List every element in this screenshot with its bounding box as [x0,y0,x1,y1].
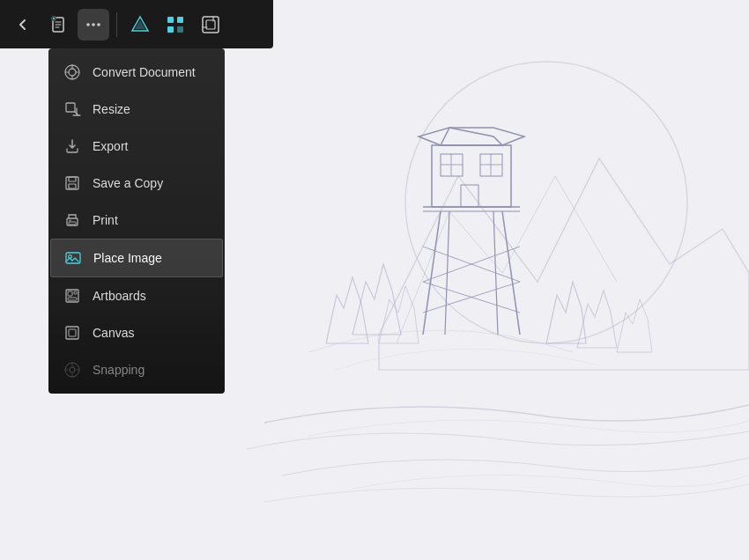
back-button[interactable] [7,9,39,41]
svg-rect-30 [167,26,174,33]
affinity-icon [130,15,150,34]
export-icon [63,136,82,156]
canvas-icon [63,323,82,343]
menu-item-canvas-label: Canvas [93,326,134,340]
svg-rect-36 [66,103,75,112]
resize-icon [63,99,82,119]
menu-item-convert[interactable]: Convert Document [48,54,225,91]
svg-rect-33 [206,20,215,29]
svg-point-24 [92,23,95,26]
svg-rect-39 [69,184,76,188]
svg-point-22 [53,17,55,18]
save-copy-icon [63,173,82,193]
back-icon [15,17,31,33]
svg-rect-31 [177,26,183,33]
document-icon [49,16,67,33]
menu-item-save-copy-label: Save a Copy [93,176,163,190]
svg-rect-38 [69,177,76,181]
menu-item-artboards[interactable]: Artboards [48,277,225,314]
expand-icon [201,15,220,34]
svg-rect-49 [66,327,78,339]
affinity-button[interactable] [124,9,156,41]
svg-marker-27 [135,20,145,29]
place-image-icon [63,248,83,268]
svg-point-42 [70,220,71,222]
menu-item-place-image-label: Place Image [93,251,162,265]
convert-icon [63,63,82,82]
menu-item-canvas[interactable]: Canvas [48,314,225,351]
svg-rect-50 [69,329,76,336]
svg-rect-37 [66,177,78,189]
menu-item-export-label: Export [93,139,128,153]
svg-rect-32 [203,17,219,33]
menu-item-resize[interactable]: Resize [48,91,225,128]
menu-item-export[interactable]: Export [48,128,225,165]
menu-item-save-copy[interactable]: Save a Copy [48,165,225,202]
expand-button[interactable] [195,9,226,41]
menu-item-resize-label: Resize [93,102,130,116]
document-button[interactable] [42,9,74,41]
snapping-icon [63,360,82,379]
toolbar-divider [116,12,117,37]
more-button[interactable] [78,9,109,41]
svg-point-35 [69,69,76,76]
svg-point-23 [86,23,90,26]
svg-rect-47 [74,291,77,294]
svg-rect-46 [68,291,72,296]
menu-item-print-label: Print [93,213,118,227]
grid-button[interactable] [159,9,191,41]
menu-item-place-image[interactable]: Place Image [50,239,223,277]
menu-item-print[interactable]: Print [48,202,225,239]
menu-item-snapping-label: Snapping [93,363,145,377]
artboards-icon [63,286,82,306]
svg-rect-28 [167,17,174,23]
toolbar [0,0,273,48]
dropdown-menu: Convert Document Resize Export [48,48,225,394]
svg-rect-48 [68,298,77,300]
print-icon [63,210,82,230]
svg-rect-29 [177,17,183,23]
menu-item-artboards-label: Artboards [93,289,146,303]
more-icon [85,16,102,33]
svg-point-52 [70,367,75,372]
svg-rect-41 [69,222,76,225]
menu-item-convert-label: Convert Document [93,65,196,79]
menu-item-snapping[interactable]: Snapping [48,351,225,388]
svg-point-25 [97,23,100,26]
grid-icon [166,15,185,34]
